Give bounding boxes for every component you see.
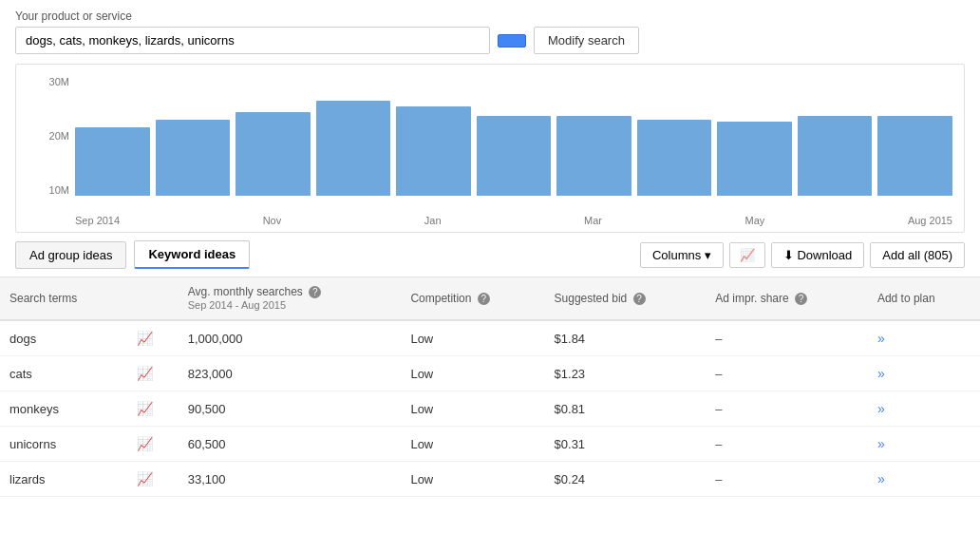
table-row: cats 📈 823,000 Low $1.23 – » [0, 356, 980, 391]
cell-ad-impr-share: – [706, 320, 868, 356]
table-body: dogs 📈 1,000,000 Low $1.84 – » cats 📈 82… [0, 320, 980, 497]
cell-suggested-bid: $1.23 [545, 356, 707, 391]
cell-trend: 📈 [127, 320, 179, 356]
chart-inner: 30M 20M 10M [28, 76, 952, 219]
cell-search-term: cats [0, 356, 127, 391]
cell-competition: Low [401, 427, 544, 462]
cell-add-to-plan: » [868, 427, 980, 462]
product-label: Your product or service [15, 10, 965, 23]
cell-suggested-bid: $1.84 [545, 320, 707, 356]
add-to-plan-button[interactable]: » [877, 436, 885, 451]
cell-search-term: lizards [0, 462, 127, 497]
chart-bar-4 [396, 106, 471, 196]
cell-trend: 📈 [127, 462, 179, 497]
cell-competition: Low [401, 462, 544, 497]
columns-button[interactable]: Columns ▾ [640, 242, 724, 268]
cell-trend: 📈 [127, 391, 179, 427]
avg-monthly-sub: Sep 2014 - Aug 2015 [188, 299, 286, 311]
cell-avg-monthly: 90,500 [179, 391, 402, 427]
cell-trend: 📈 [127, 427, 179, 462]
ad-impr-help-icon[interactable]: ? [795, 293, 807, 305]
col-search-terms: Search terms [0, 277, 127, 320]
chart-bar-6 [556, 116, 631, 196]
table-row: lizards 📈 33,100 Low $0.24 – » [0, 462, 980, 497]
chart-bar-10 [877, 116, 952, 196]
chart-bar-5 [477, 116, 552, 196]
keyword-table: Search terms Avg. monthly searches ? Sep… [0, 277, 980, 497]
cell-competition: Low [401, 356, 544, 391]
add-to-plan-button[interactable]: » [877, 366, 885, 381]
cell-search-term: dogs [0, 320, 127, 356]
add-to-plan-button[interactable]: » [877, 401, 885, 416]
avg-monthly-help-icon[interactable]: ? [309, 286, 321, 298]
tab-ad-group[interactable]: Ad group ideas [15, 241, 126, 269]
download-icon: ⬇ [783, 248, 794, 262]
cell-search-term: monkeys [0, 391, 127, 427]
trend-icon: 📈 [137, 331, 153, 346]
cell-suggested-bid: $0.31 [545, 427, 707, 462]
table-row: monkeys 📈 90,500 Low $0.81 – » [0, 391, 980, 427]
chart-container: 30M 20M 10M Sep 2014 Nov Jan Mar May Aug… [15, 64, 965, 233]
col-add-to-plan: Add to plan [868, 277, 980, 320]
cell-avg-monthly: 823,000 [179, 356, 402, 391]
cell-ad-impr-share: – [706, 356, 868, 391]
cell-ad-impr-share: – [706, 462, 868, 497]
cell-avg-monthly: 1,000,000 [179, 320, 402, 356]
cell-ad-impr-share: – [706, 391, 868, 427]
chart-bar-2 [236, 112, 311, 196]
y-label-20m: 20M [49, 130, 69, 142]
add-to-plan-button[interactable]: » [877, 331, 885, 346]
chart-bar-1 [156, 120, 231, 196]
download-button[interactable]: ⬇ Download [771, 242, 864, 268]
chart-icon: 📈 [740, 248, 755, 262]
col-suggested-bid: Suggested bid ? [545, 277, 707, 320]
competition-help-icon[interactable]: ? [478, 293, 490, 305]
search-input[interactable] [15, 27, 490, 54]
cell-avg-monthly: 60,500 [179, 427, 402, 462]
cell-add-to-plan: » [868, 356, 980, 391]
download-label: Download [797, 248, 852, 262]
trend-icon: 📈 [137, 436, 153, 451]
table-header-row: Search terms Avg. monthly searches ? Sep… [0, 277, 980, 320]
tab-keyword[interactable]: Keyword ideas [134, 240, 250, 269]
col-competition: Competition ? [401, 277, 544, 320]
columns-label: Columns [652, 248, 701, 262]
search-row: Modify search [15, 27, 965, 54]
cell-ad-impr-share: – [706, 427, 868, 462]
chart-bar-0 [75, 127, 150, 196]
chart-bar-8 [717, 122, 792, 196]
cell-search-term: unicorns [0, 427, 127, 462]
cell-trend: 📈 [127, 356, 179, 391]
trend-icon: 📈 [137, 401, 153, 416]
y-axis: 30M 20M 10M [28, 76, 75, 196]
cell-suggested-bid: $0.24 [545, 462, 707, 497]
cell-avg-monthly: 33,100 [179, 462, 402, 497]
add-to-plan-button[interactable]: » [877, 471, 885, 486]
col-ad-impr-share: Ad impr. share ? [706, 277, 868, 320]
cell-add-to-plan: » [868, 320, 980, 356]
trend-icon: 📈 [137, 366, 153, 381]
cell-add-to-plan: » [868, 462, 980, 497]
modify-search-button[interactable]: Modify search [534, 27, 639, 54]
get-ideas-button[interactable] [498, 34, 526, 48]
col-avg-monthly: Avg. monthly searches ? Sep 2014 - Aug 2… [179, 277, 402, 320]
suggested-bid-help-icon[interactable]: ? [633, 293, 646, 305]
chart-bar-9 [798, 116, 873, 196]
y-label-30m: 30M [49, 76, 69, 87]
chart-toggle-button[interactable]: 📈 [729, 242, 765, 268]
toolbar-right: Columns ▾ 📈 ⬇ Download Add all (805) [640, 242, 965, 268]
col-trend-icon [127, 277, 179, 320]
top-section: Your product or service Modify search [0, 0, 980, 54]
toolbar: Ad group ideas Keyword ideas Columns ▾ 📈… [0, 233, 980, 277]
table-row: dogs 📈 1,000,000 Low $1.84 – » [0, 320, 980, 356]
add-all-button[interactable]: Add all (805) [870, 242, 965, 268]
table-wrap: Search terms Avg. monthly searches ? Sep… [0, 277, 980, 497]
trend-icon: 📈 [137, 471, 153, 486]
cell-suggested-bid: $0.81 [545, 391, 707, 427]
columns-chevron-icon: ▾ [705, 248, 711, 262]
table-head: Search terms Avg. monthly searches ? Sep… [0, 277, 980, 320]
cell-add-to-plan: » [868, 391, 980, 427]
table-row: unicorns 📈 60,500 Low $0.31 – » [0, 427, 980, 462]
chart-bar-3 [316, 101, 391, 196]
cell-competition: Low [401, 320, 544, 356]
